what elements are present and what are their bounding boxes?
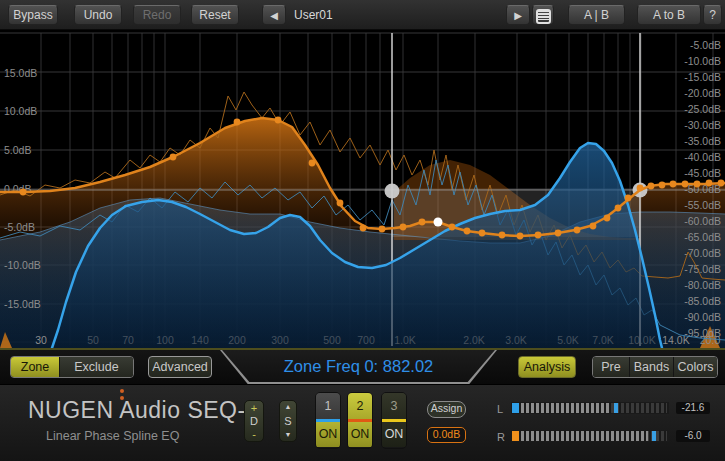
db-axis-label-right: -75.0dB	[684, 263, 721, 275]
db-axis-label-right: -35.0dB	[684, 135, 721, 147]
advanced-button[interactable]: Advanced	[148, 356, 212, 378]
eq-graph-canvas[interactable]: 15.0dB10.0dB5.0dB0.0dB-5.0dB-10.0dB-15.0…	[0, 30, 725, 348]
spline-node[interactable]	[590, 223, 597, 230]
db-axis-label-right: -25.0dB	[684, 103, 721, 115]
spline-node[interactable]	[170, 154, 177, 161]
band-3-button[interactable]: 3 ON	[381, 392, 407, 449]
band-3-on[interactable]: ON	[382, 422, 406, 447]
spline-node[interactable]	[682, 181, 689, 188]
bypass-button[interactable]: Bypass	[8, 5, 58, 25]
zone-handle[interactable]	[385, 184, 400, 199]
pre-button[interactable]: Pre	[593, 357, 629, 377]
brand-tagline: Linear Phase Spline EQ	[46, 429, 179, 443]
meter-label-left: L	[497, 403, 503, 415]
db-axis-label-right: -85.0dB	[684, 295, 721, 307]
assign-button[interactable]: Assign	[427, 401, 466, 418]
spline-node[interactable]	[517, 233, 524, 240]
plus-icon: +	[251, 403, 257, 413]
spline-node[interactable]	[419, 219, 426, 226]
zone-readout: Zone Freq 0: 882.02	[222, 350, 495, 382]
spline-node[interactable]	[706, 180, 713, 187]
next-preset-button[interactable]: ▶	[506, 5, 530, 25]
spline-node[interactable]	[379, 226, 386, 233]
band-2-number: 2	[348, 393, 372, 419]
arrow-down-icon: ▼	[285, 431, 292, 439]
gain-readout[interactable]: 0.0dB	[427, 427, 466, 443]
spline-node[interactable]	[659, 182, 666, 189]
db-axis-label-left: 15.0dB	[4, 67, 37, 79]
undo-button[interactable]: Undo	[74, 5, 122, 25]
meter-fill-left	[521, 403, 610, 413]
logo-dot	[120, 389, 124, 393]
spline-node[interactable]	[535, 232, 542, 239]
db-axis-label-right: -40.0dB	[684, 151, 721, 163]
spline-node[interactable]	[499, 232, 506, 239]
db-axis-label-right: -65.0dB	[684, 231, 721, 243]
spline-node[interactable]	[337, 200, 344, 207]
spline-node[interactable]	[309, 160, 316, 167]
minus-icon: -	[252, 429, 256, 439]
db-axis-label-left: 10.0dB	[4, 105, 37, 117]
meter-fill-right	[521, 431, 648, 441]
zone-button[interactable]: Zone	[11, 357, 59, 377]
spline-node[interactable]	[360, 225, 367, 232]
preset-name: User01	[294, 8, 333, 22]
previous-preset-button[interactable]: ◀	[262, 5, 286, 25]
meter-peak-left	[614, 403, 618, 413]
db-axis-label-left: -15.0dB	[4, 298, 41, 310]
a-to-b-button[interactable]: A to B	[637, 5, 701, 25]
spline-node[interactable]	[20, 189, 27, 196]
spline-node[interactable]	[694, 181, 701, 188]
db-axis-label-right: -10.0dB	[684, 55, 721, 67]
band-1-button[interactable]: 1 ON	[315, 392, 341, 449]
s-label: S	[284, 416, 291, 427]
footer-bar: NUGEN Audio SEQ-S Linear Phase Spline EQ…	[0, 384, 725, 461]
db-axis-label-left: -10.0dB	[4, 259, 41, 271]
band-2-button[interactable]: 2 ON	[347, 392, 373, 449]
spline-node[interactable]	[574, 227, 581, 234]
db-axis-label-right: -20.0dB	[684, 87, 721, 99]
solo-nudge-button[interactable]: ▲ S ▼	[279, 400, 297, 442]
spline-node[interactable]	[604, 215, 611, 222]
arrow-right-icon: ▶	[514, 10, 522, 21]
list-icon	[536, 9, 551, 24]
spline-node[interactable]	[670, 181, 677, 188]
spline-node[interactable]	[718, 180, 725, 187]
spline-node[interactable]	[648, 183, 655, 190]
exclude-button[interactable]: Exclude	[59, 357, 133, 377]
spline-node[interactable]	[637, 185, 644, 192]
spline-node[interactable]	[234, 119, 241, 126]
delete-node-button[interactable]: + D -	[244, 400, 264, 442]
spline-node[interactable]	[449, 224, 456, 231]
spline-node[interactable]	[615, 205, 622, 212]
preset-menu-button[interactable]	[532, 5, 554, 25]
band-2-on[interactable]: ON	[348, 422, 372, 447]
spline-node[interactable]	[400, 224, 407, 231]
meter-peak-right	[652, 431, 656, 441]
spline-node[interactable]	[479, 230, 486, 237]
band-1-on[interactable]: ON	[316, 422, 340, 447]
freq-axis-label: 20.0	[700, 334, 721, 346]
ab-compare-button[interactable]: A | B	[568, 5, 625, 25]
zone-toolbar: Zone Freq 0: 882.02 Zone Exclude Advance…	[0, 348, 725, 384]
spline-node[interactable]	[464, 228, 471, 235]
help-button[interactable]: ?	[703, 5, 722, 25]
brand-logo: NUGEN Audio SEQ-S	[28, 397, 261, 424]
d-label: D	[250, 416, 258, 427]
level-meter-right	[511, 430, 669, 442]
spline-node[interactable]	[555, 230, 562, 237]
bands-button[interactable]: Bands	[629, 357, 673, 377]
spline-node[interactable]	[275, 117, 282, 124]
db-axis-label-right: -30.0dB	[684, 119, 721, 131]
spline-node[interactable]	[625, 195, 632, 202]
reset-button[interactable]: Reset	[191, 5, 239, 25]
eq-graph[interactable]: 15.0dB10.0dB5.0dB0.0dB-5.0dB-10.0dB-15.0…	[0, 30, 725, 348]
redo-button[interactable]: Redo	[133, 5, 181, 25]
analysis-button[interactable]: Analysis	[518, 356, 576, 378]
selected-spline-node[interactable]	[434, 218, 443, 227]
colors-button[interactable]: Colors	[673, 357, 717, 377]
meter-start-right	[512, 431, 519, 441]
db-axis-label-right: -15.0dB	[684, 71, 721, 83]
arrow-up-icon: ▲	[285, 403, 292, 411]
level-meter-left	[511, 402, 669, 414]
